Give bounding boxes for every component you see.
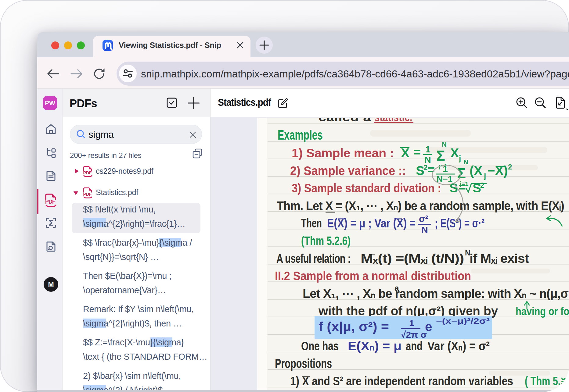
svg-text:E(Xₙ) = μ: E(Xₙ) = μ [348, 339, 402, 353]
svg-text:1) X and S² are independent ra: 1) X and S² are independent random varia… [290, 374, 513, 388]
svg-text:3) Sample standard divation :: 3) Sample standard divation : [292, 181, 441, 195]
svg-text:=: = [413, 145, 421, 159]
svg-text:One has: One has [301, 339, 339, 353]
svg-text:Let X₁, ⋯ , Xₙ be random sampl: Let X₁, ⋯ , Xₙ be random sample: with Xₙ… [303, 287, 569, 301]
svg-text:PDF: PDF [83, 192, 92, 197]
svg-text:2: 2 [480, 181, 484, 189]
svg-text:X: X [450, 146, 459, 160]
svg-text:with the pdf of n(μ,σ²) given: with the pdf of n(μ,σ²) given by [318, 304, 498, 318]
svg-text:2: 2 [423, 163, 427, 172]
svg-text:if Mₓᵢ exist: if Mₓᵢ exist [470, 251, 529, 265]
svg-text:Propositions: Propositions [275, 356, 332, 371]
svg-text:having or fo: having or fo [516, 305, 569, 318]
svg-text:PDF: PDF [45, 199, 56, 205]
svg-text:and: and [406, 339, 423, 353]
svg-text:1: 1 [409, 318, 414, 328]
svg-text:II.2 Sample from a normal dist: II.2 Sample from a normal distribution [275, 269, 471, 283]
svg-text:e: e [425, 319, 432, 334]
svg-text:σ²: σ² [419, 214, 428, 224]
svg-text:N: N [442, 141, 447, 148]
svg-text:Mₓ(t) =(Mₓᵢ (t/N)): Mₓ(t) =(Mₓᵢ (t/N)) [361, 251, 464, 265]
svg-text:N: N [463, 158, 468, 166]
svg-text:√2π σ: √2π σ [401, 330, 427, 340]
svg-text:called a: called a [319, 118, 371, 124]
svg-text:Examples: Examples [278, 127, 323, 142]
svg-text:Var (Xₙ) = σ²: Var (Xₙ) = σ² [427, 339, 490, 353]
svg-text:1: 1 [425, 144, 430, 154]
svg-text:N: N [421, 225, 428, 235]
svg-text:j: j [459, 154, 461, 163]
svg-text:j: j [484, 171, 486, 180]
svg-text:S: S [473, 181, 481, 195]
svg-text:2: 2 [508, 163, 512, 171]
svg-text:S: S [416, 163, 424, 178]
svg-text:a: a [394, 283, 399, 293]
svg-text:Σ: Σ [436, 148, 445, 164]
svg-text:( Thm 5.≌: ( Thm 5.≌ [525, 374, 568, 388]
svg-text:−(x−μ)²/2σ²: −(x−μ)²/2σ² [436, 316, 490, 326]
svg-text:Thm. Let X = (X₁, ⋯ , Xₙ) be a: Thm. Let X = (X₁, ⋯ , Xₙ) be a random sa… [277, 199, 564, 213]
svg-text:statistic.: statistic. [375, 118, 412, 124]
svg-text:2) Sample variance ::: 2) Sample variance :: [290, 164, 406, 178]
svg-text:1) Sample mean :: 1) Sample mean : [292, 146, 394, 160]
svg-text:(Thm 5.2.6): (Thm 5.2.6) [301, 234, 351, 248]
svg-text:Σ: Σ [457, 165, 466, 181]
svg-text:(X: (X [470, 163, 482, 178]
svg-text:=: = [427, 163, 435, 177]
svg-text:−X): −X) [488, 163, 508, 178]
svg-text:A useful relation :: A useful relation : [276, 251, 351, 265]
svg-text:PDF: PDF [83, 170, 92, 175]
svg-text:E(X) = μ ; Var (X) =: E(X) = μ ; Var (X) = [327, 216, 416, 230]
svg-text:f (x|μ, σ²) =: f (x|μ, σ²) = [319, 319, 389, 334]
svg-text:Then: Then [301, 216, 322, 230]
